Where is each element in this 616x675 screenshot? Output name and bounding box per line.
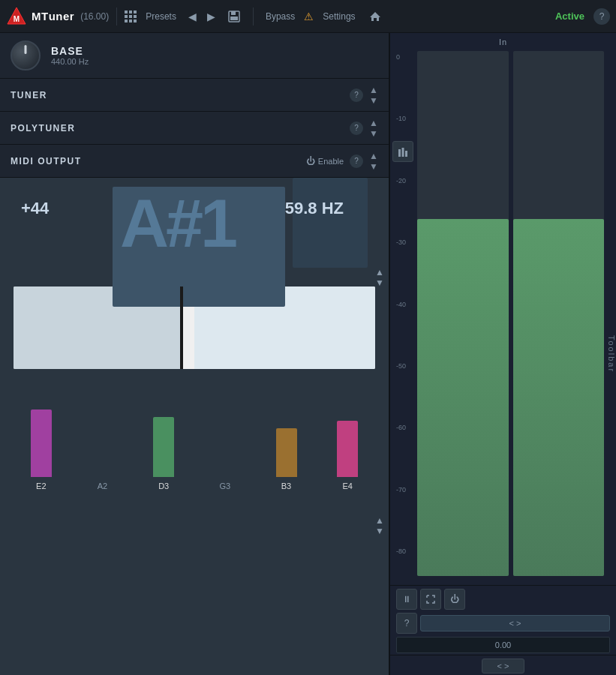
meter-tick-70: -70 [396,487,406,494]
midi-output-actions: ⏻ Enable ? ▲ ▼ [306,152,378,171]
save-icon [227,10,241,23]
poly-bar-fill-d3 [153,417,174,477]
meter-bars [417,51,604,582]
poly-bar-wrap-g3 [194,387,256,477]
polytuner-display: E2A2D3G3B3E4 ▲▼ [0,376,389,675]
tuner-cents: +44 [21,199,49,218]
poly-bar-wrap-b3 [256,387,317,477]
save-preset-button[interactable] [223,8,245,26]
instrument-frequency: 440.00 Hz [51,57,89,66]
tuning-bar-indicator [180,286,183,369]
power-ctrl-button[interactable]: ⏻ [444,589,465,610]
meter-bar-right [513,51,605,576]
enable-label: Enable [318,157,344,166]
midi-expand-button[interactable]: ▲ ▼ [369,152,378,171]
meter-header: In [390,33,616,48]
power-icon: ⏻ [306,156,315,166]
meter-value-display: 0.00 [396,637,610,653]
playback-controls-row: ⏸ ⏻ [396,589,610,610]
enable-button[interactable]: ⏻ Enable [306,156,344,166]
active-button[interactable]: Active [551,8,589,24]
poly-bar-fill-e4 [337,421,358,477]
tuner-actions: ? ▲ ▼ [350,86,378,105]
instrument-header: BASE 440.00 Hz [0,33,389,79]
poly-string-a2: A2 [72,387,134,490]
bypass-button[interactable]: Bypass [261,9,299,24]
poly-bar-fill-b3 [276,428,297,477]
left-panel: BASE 440.00 Hz TUNER ? ▲ ▼ POLYTUNER ? ▲ [0,33,390,675]
tuner-display: +44 A#1 59.8 HZ ▲▼ [0,178,389,376]
pause-button[interactable]: ⏸ [396,589,417,610]
header-separator2 [253,8,254,26]
prev-preset-button[interactable]: ◀ [185,8,200,25]
polytuner-expand-button[interactable]: ▲▼ [375,515,384,536]
expand-button[interactable] [420,589,441,610]
polytuner-help-button[interactable]: ? [350,122,363,135]
meter-section: In 0 -10 -20 -30 -40 -50 -60 -70 -80 [390,33,616,585]
tuner-help-button[interactable]: ? [350,88,363,102]
base-knob[interactable] [11,40,41,70]
poly-string-d3: D3 [133,387,194,490]
svg-text:M: M [14,15,20,23]
right-panel: Toolbar In 0 -10 -20 -30 -40 -50 -60 -70… [390,33,616,675]
poly-label-e2: E2 [36,482,46,490]
warning-icon: ⚠ [304,10,314,22]
help-button[interactable]: ? [593,8,610,25]
meter-tick-10: -10 [396,116,406,122]
poly-label-b3: B3 [281,482,291,490]
home-button[interactable] [365,8,386,25]
expand-icon [426,595,435,604]
meter-bar-fill-right [513,219,605,576]
tuner-right-block [293,178,368,268]
midi-output-section-row[interactable]: MIDI OUTPUT ⏻ Enable ? ▲ ▼ [0,145,389,178]
header: M MТuner (16.00) Presets ◀ ▶ Bypass ⚠ Se… [0,0,616,33]
meter-tick-50: -50 [396,363,406,370]
tuner-expand-button[interactable]: ▲ ▼ [369,86,378,105]
bottom-nav-code-button[interactable]: < > [482,658,525,674]
app-logo: M MТuner (16.00) [6,6,109,27]
poly-string-e4: E4 [317,387,378,490]
logo-icon: M [6,6,27,27]
app-version: (16.00) [80,11,109,22]
poly-bar-fill-e2 [31,410,52,477]
tuner-note: A#1 [120,185,235,262]
meter-tick-40: -40 [396,302,406,308]
meter-tick-30: -30 [396,239,406,246]
meter-scale: 0 -10 -20 -30 -40 -50 -60 -70 -80 [396,54,406,555]
svg-rect-3 [231,11,236,15]
polytuner-label: POLYTUNER [11,123,350,134]
settings-button[interactable]: Settings [318,9,359,24]
poly-string-e2: E2 [11,387,72,490]
meter-bar-left [417,51,509,576]
meter-tick-80: -80 [396,548,406,555]
tuner-section-row[interactable]: TUNER ? ▲ ▼ [0,79,389,112]
meter-tick-0: 0 [396,54,406,61]
bottom-controls: ⏸ ⏻ ? < > 0.00 [390,585,616,655]
presets-button[interactable]: Presets [141,9,181,24]
home-icon [369,10,381,22]
poly-label-a2: A2 [98,482,107,490]
code-controls-row: ? < > [396,613,610,634]
bottom-nav: < > [390,655,616,675]
instrument-name: BASE [51,45,89,57]
tuner-display-expand-button[interactable]: ▲▼ [375,267,384,288]
next-preset-button[interactable]: ▶ [204,8,218,25]
info-button[interactable]: ? [396,613,417,634]
poly-label-g3: G3 [220,482,231,490]
meter-bar-fill-left [417,219,509,576]
instrument-info: BASE 440.00 Hz [51,45,89,66]
meter-area: 0 -10 -20 -30 -40 -50 -60 -70 -80 [390,48,616,585]
meter-tick-60: -60 [396,424,406,431]
header-separator [116,8,117,26]
polytuner-expand-button[interactable]: ▲ ▼ [369,118,378,138]
poly-bar-wrap-a2 [72,387,134,477]
poly-bar-wrap-d3 [133,387,194,477]
polytuner-section-row[interactable]: POLYTUNER ? ▲ ▼ [0,112,389,145]
app-title: MТuner [32,10,74,22]
poly-strings-container: E2A2D3G3B3E4 [11,384,378,512]
midi-help-button[interactable]: ? [350,154,363,168]
poly-string-b3: B3 [256,387,317,490]
tuner-hz: 59.8 HZ [285,199,344,218]
code-button[interactable]: < > [420,615,610,632]
poly-label-e4: E4 [342,482,352,490]
